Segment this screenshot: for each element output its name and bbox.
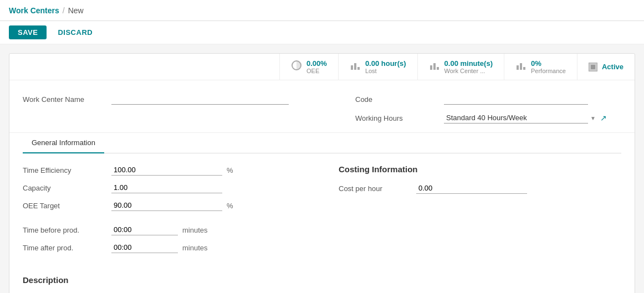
code-label: Code (355, 95, 444, 104)
cost-per-hour-label: Cost per hour (339, 184, 416, 193)
svg-rect-8 (520, 63, 522, 70)
left-form-section: Work Center Name (23, 94, 333, 112)
stat-workcenter-value: 0.00 minute(s) (444, 59, 493, 68)
general-info-fields: Time Efficiency % Capacity OEE Target (23, 165, 305, 260)
stat-performance-label: Performance (531, 68, 566, 74)
time-after-prod-label: Time after prod. (23, 244, 111, 252)
work-center-name-label: Work Center Name (23, 95, 111, 104)
stat-oee[interactable]: 0.00% OEE (279, 54, 338, 80)
time-before-prod-unit: minutes (182, 226, 208, 234)
stat-lost-text: 0.00 hour(s) Lost (365, 59, 406, 74)
svg-rect-10 (591, 65, 595, 69)
svg-rect-4 (430, 65, 432, 70)
time-efficiency-row: Time Efficiency % (23, 165, 305, 176)
stats-bar: 0.00% OEE 0.00 hour(s) Lost (9, 54, 635, 80)
description-section: Description (9, 271, 635, 293)
oee-target-row: OEE Target % (23, 200, 305, 211)
tab-general-information[interactable]: General Information (23, 133, 104, 153)
tab-content-general: Time Efficiency % Capacity OEE Target (23, 153, 621, 271)
work-center-name-row: Work Center Name (23, 94, 333, 105)
stat-lost-label: Lost (365, 68, 406, 74)
form-card: 0.00% OEE 0.00 hour(s) Lost (9, 53, 635, 293)
description-title: Description (23, 275, 621, 285)
bar-chart-performance-icon (515, 60, 527, 74)
svg-rect-2 (354, 63, 356, 70)
stat-workcenter-label: Work Center ... (444, 68, 493, 74)
stat-performance-value: 0% (531, 59, 566, 68)
working-hours-row: Working Hours Standard 40 Hours/Week Sta… (355, 112, 621, 124)
working-hours-select[interactable]: Standard 40 Hours/Week Standard 35 Hours… (444, 112, 588, 124)
time-efficiency-input[interactable] (111, 165, 222, 176)
cost-per-hour-input[interactable] (416, 183, 527, 194)
stat-oee-label: OEE (306, 68, 327, 74)
main-content: 0.00% OEE 0.00 hour(s) Lost (0, 44, 644, 293)
time-before-prod-row: Time before prod. minutes (23, 224, 305, 235)
breadcrumb: Work Centers / New (9, 6, 84, 15)
pie-chart-icon (291, 60, 302, 74)
capacity-label: Capacity (23, 184, 111, 192)
tabs-section: General Information Time Efficiency % Ca… (9, 132, 635, 271)
svg-rect-1 (351, 65, 353, 70)
code-row: Code (355, 94, 621, 105)
oee-target-input[interactable] (111, 200, 222, 211)
time-after-prod-row: Time after prod. minutes (23, 242, 305, 253)
code-input[interactable] (444, 94, 588, 105)
bar-chart-workcenter-icon (429, 60, 440, 74)
form-body: Work Center Name Code Working Hours (9, 80, 635, 132)
top-bar: Work Centers / New (0, 0, 644, 21)
stat-lost[interactable]: 0.00 hour(s) Lost (338, 54, 417, 80)
active-toggle[interactable]: Active (577, 54, 635, 80)
right-form-section: Code Working Hours Standard 40 Hours/Wee… (355, 94, 621, 124)
active-label: Active (602, 63, 623, 71)
oee-target-label: OEE Target (23, 202, 111, 210)
stat-oee-text: 0.00% OEE (306, 59, 327, 74)
capacity-row: Capacity (23, 182, 305, 193)
external-link-icon[interactable]: ↗ (600, 114, 607, 122)
breadcrumb-link-work-centers[interactable]: Work Centers (9, 6, 59, 15)
oee-target-unit: % (227, 202, 233, 210)
svg-rect-7 (517, 65, 519, 70)
costing-section: Costing Information Cost per hour (339, 165, 621, 260)
cost-per-hour-row: Cost per hour (339, 183, 621, 194)
capacity-input[interactable] (111, 182, 222, 193)
select-arrow-icon: ▼ (590, 115, 596, 121)
time-efficiency-unit: % (227, 166, 233, 174)
stat-workcenter[interactable]: 0.00 minute(s) Work Center ... (417, 54, 504, 80)
working-hours-select-wrap: Standard 40 Hours/Week Standard 35 Hours… (444, 112, 621, 124)
costing-title: Costing Information (339, 165, 621, 174)
time-before-prod-label: Time before prod. (23, 226, 111, 234)
svg-rect-6 (437, 67, 439, 70)
bar-chart-lost-icon (350, 60, 361, 74)
save-button[interactable]: SAVE (9, 25, 47, 39)
stat-performance[interactable]: 0% Performance (504, 54, 577, 80)
time-before-prod-input[interactable] (111, 224, 178, 235)
svg-rect-3 (357, 67, 360, 70)
breadcrumb-current: New (68, 6, 84, 15)
active-checkbox[interactable] (589, 63, 597, 71)
working-hours-label: Working Hours (355, 114, 444, 122)
time-after-prod-input[interactable] (111, 242, 178, 253)
stat-workcenter-text: 0.00 minute(s) Work Center ... (444, 59, 493, 74)
svg-rect-5 (433, 63, 436, 70)
time-after-prod-unit: minutes (182, 244, 208, 252)
time-efficiency-label: Time Efficiency (23, 166, 111, 174)
stat-lost-value: 0.00 hour(s) (365, 59, 406, 68)
breadcrumb-separator: / (63, 6, 65, 15)
work-center-name-input[interactable] (111, 94, 289, 105)
stat-oee-value: 0.00% (306, 59, 327, 68)
discard-button[interactable]: DISCARD (51, 25, 99, 39)
tabs-nav: General Information (23, 133, 621, 153)
stat-performance-text: 0% Performance (531, 59, 566, 74)
action-bar: SAVE DISCARD (0, 21, 644, 44)
svg-rect-9 (523, 67, 525, 70)
